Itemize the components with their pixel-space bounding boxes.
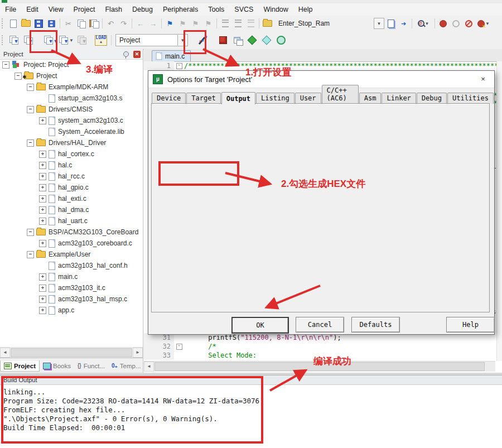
menu-flash[interactable]: Flash (100, 4, 127, 15)
tree-item-group[interactable]: −Drivers/HAL_Driver (0, 137, 143, 148)
next-bookmark-icon[interactable]: ⚑ (189, 17, 202, 30)
ok-button[interactable]: OK (231, 317, 289, 334)
collapse-icon[interactable]: − (27, 106, 34, 113)
tree-item-file[interactable]: +acm32g103_hal_msp.c (0, 293, 143, 305)
tree-item-file[interactable]: +main.c (0, 271, 143, 282)
tab-device[interactable]: Device (152, 93, 186, 104)
expand-icon[interactable]: + (39, 117, 46, 124)
tree-item-file[interactable]: +hal.c (0, 160, 143, 171)
expand-icon[interactable]: + (39, 173, 46, 180)
menu-edit[interactable]: Edit (21, 4, 44, 15)
indent-icon[interactable] (231, 17, 244, 30)
tab-target[interactable]: Target (186, 93, 220, 104)
tree-item-file[interactable]: +app.c (0, 305, 143, 316)
tree-item-group[interactable]: −Example/MDK-ARM (0, 81, 143, 93)
prev-bookmark-icon[interactable]: ⚑ (176, 17, 189, 30)
tab-output[interactable]: Output (221, 92, 255, 104)
menu-peripherals[interactable]: Peripherals (158, 4, 203, 15)
tree-item-target-folder[interactable]: −Project (0, 70, 143, 81)
tab-functions[interactable]: {}Funct... (74, 361, 108, 371)
collapse-icon[interactable]: − (27, 84, 34, 91)
navigate-forward-icon[interactable]: → (147, 17, 160, 30)
breakpoint-disable-all-icon[interactable] (462, 17, 475, 30)
undo-icon[interactable]: ↶ (104, 17, 117, 30)
tree-item-file[interactable]: +startup_acm32g103.s (0, 93, 143, 104)
tab-debug[interactable]: Debug (417, 93, 447, 104)
menu-project[interactable]: Project (69, 4, 100, 15)
breakpoint-kill-all-icon[interactable]: ▼ (475, 17, 492, 30)
tree-item-file[interactable]: +acm32g103_hal_conf.h (0, 260, 143, 271)
expand-icon[interactable]: + (39, 240, 46, 247)
options-for-target-button[interactable] (194, 34, 213, 46)
manage-run-time-icon[interactable] (245, 34, 259, 46)
collapse-icon[interactable]: − (27, 229, 34, 236)
project-horizontal-scrollbar[interactable]: ◄ ► (0, 347, 143, 358)
tab-asm[interactable]: Asm (359, 93, 382, 104)
tree-item-group[interactable]: −Example/User (0, 249, 143, 260)
help-button[interactable]: Help (446, 317, 495, 333)
target-select[interactable]: Project ▼ (115, 34, 188, 46)
find-text[interactable]: Enter_Stop_Ram (278, 20, 371, 27)
save-all-button[interactable] (45, 17, 58, 30)
insert-bookmark-icon[interactable]: ⚑ (163, 17, 176, 30)
cancel-button[interactable]: Cancel (296, 317, 344, 333)
close-panel-icon[interactable]: ✕ (133, 51, 141, 58)
tree-item-file[interactable]: +hal_exti.c (0, 193, 143, 204)
tree-item-file[interactable]: +hal_gpio.c (0, 182, 143, 193)
collapse-icon[interactable]: − (27, 251, 34, 258)
fold-icon[interactable]: − (176, 63, 182, 69)
build-output-header[interactable]: Build Output (0, 375, 502, 385)
collapse-icon[interactable]: − (15, 73, 22, 80)
tree-item-file[interactable]: +hal_rcc.c (0, 171, 143, 182)
defaults-button[interactable]: Defaults (351, 317, 400, 333)
menu-debug[interactable]: Debug (127, 4, 158, 15)
file-extensions-icon[interactable] (216, 34, 230, 46)
breakpoint-toggle-icon[interactable] (437, 17, 450, 30)
tab-cpp[interactable]: C/C++ (AC6) (322, 85, 359, 104)
tree-item-file[interactable]: +system_acm32g103.c (0, 115, 143, 126)
find-tool-icon[interactable]: @▼ (414, 17, 433, 30)
tab-utilities[interactable]: Utilities (447, 93, 494, 104)
expand-icon[interactable]: + (39, 206, 46, 214)
tree-item-file[interactable]: +hal_uart.c (0, 215, 143, 227)
collapse-icon[interactable]: − (27, 139, 34, 147)
cut-icon[interactable]: ✂ (62, 17, 75, 30)
pin-icon[interactable] (123, 51, 129, 57)
build-button[interactable]: ▼ (21, 34, 36, 46)
manage-components-icon[interactable] (274, 34, 288, 46)
tree-item-file[interactable]: +hal_dma.c (0, 204, 143, 215)
tree-item-file[interactable]: +hal_cortex.c (0, 148, 143, 160)
goto-reference-icon[interactable]: ➔ (397, 17, 410, 30)
tree-item-group[interactable]: −BSP/ACM32G103_CoreBoard (0, 227, 143, 238)
comment-icon[interactable] (244, 17, 257, 30)
pack-installer-icon[interactable] (259, 34, 274, 46)
scroll-left-icon[interactable]: ◄ (0, 348, 10, 358)
tab-books[interactable]: Books (40, 361, 74, 371)
find-in-files-icon[interactable] (261, 17, 274, 30)
menu-window[interactable]: Window (258, 4, 293, 15)
target-dropdown-icon[interactable]: ▼ (177, 35, 187, 45)
tab-project[interactable]: Project (0, 360, 40, 372)
expand-icon[interactable]: + (39, 151, 46, 158)
scroll-left-icon[interactable]: ◄ (144, 362, 154, 372)
menu-view[interactable]: View (44, 4, 69, 15)
download-button[interactable]: LOAD⇊ (93, 34, 109, 46)
editor-tab-main-c[interactable]: main.c (152, 50, 191, 61)
copy-icon[interactable] (75, 17, 88, 30)
fold-icon[interactable]: − (176, 344, 182, 350)
tree-item-file[interactable]: +System_Accelerate.lib (0, 126, 143, 137)
expand-icon[interactable]: + (39, 296, 46, 303)
menu-tools[interactable]: Tools (203, 4, 229, 15)
clear-bookmarks-icon[interactable]: ⚑ (202, 17, 215, 30)
expand-icon[interactable]: + (39, 285, 46, 292)
tree-item-group[interactable]: −Drivers/CMSIS (0, 104, 143, 115)
tab-linker[interactable]: Linker (382, 93, 416, 104)
menu-help[interactable]: Help (293, 4, 318, 15)
expand-icon[interactable]: + (39, 273, 46, 281)
editor-vertical-scrollbar[interactable] (496, 61, 502, 361)
redo-icon[interactable]: ↷ (117, 17, 130, 30)
collapse-icon[interactable]: − (2, 61, 9, 69)
find-next-icon[interactable] (384, 17, 397, 30)
menu-file[interactable]: File (0, 4, 21, 15)
tree-item-workspace[interactable]: −Project: Project (0, 59, 143, 70)
